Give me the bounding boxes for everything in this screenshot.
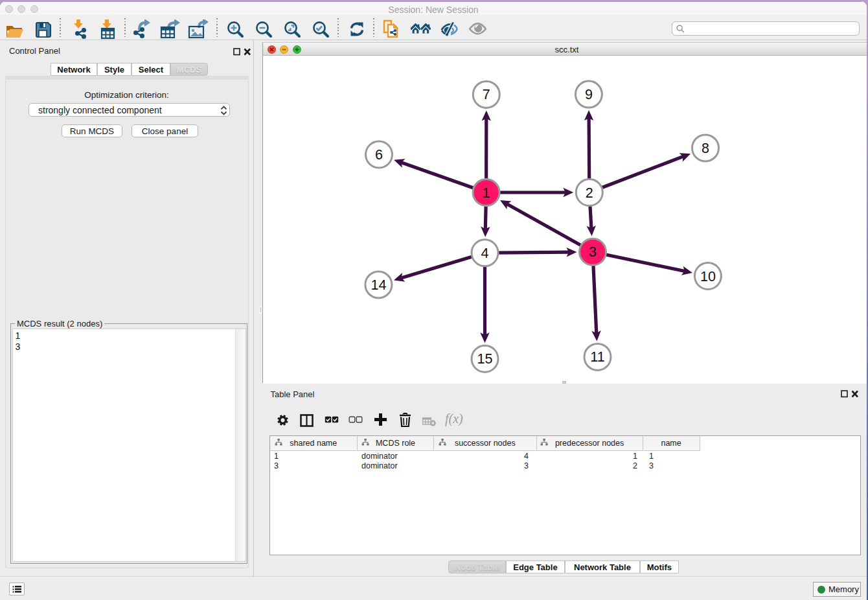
svg-text:14: 14 (371, 277, 386, 293)
svg-text:15: 15 (477, 351, 493, 367)
svg-text:6: 6 (375, 147, 383, 163)
svg-text:4: 4 (481, 246, 489, 261)
svg-text:3: 3 (589, 244, 597, 260)
svg-text:7: 7 (483, 87, 490, 102)
svg-text:8: 8 (702, 141, 709, 156)
svg-text:9: 9 (585, 87, 593, 102)
svg-text:2: 2 (586, 185, 593, 201)
svg-text:11: 11 (590, 349, 604, 365)
svg-text:10: 10 (700, 269, 716, 284)
svg-text:1: 1 (483, 185, 490, 201)
